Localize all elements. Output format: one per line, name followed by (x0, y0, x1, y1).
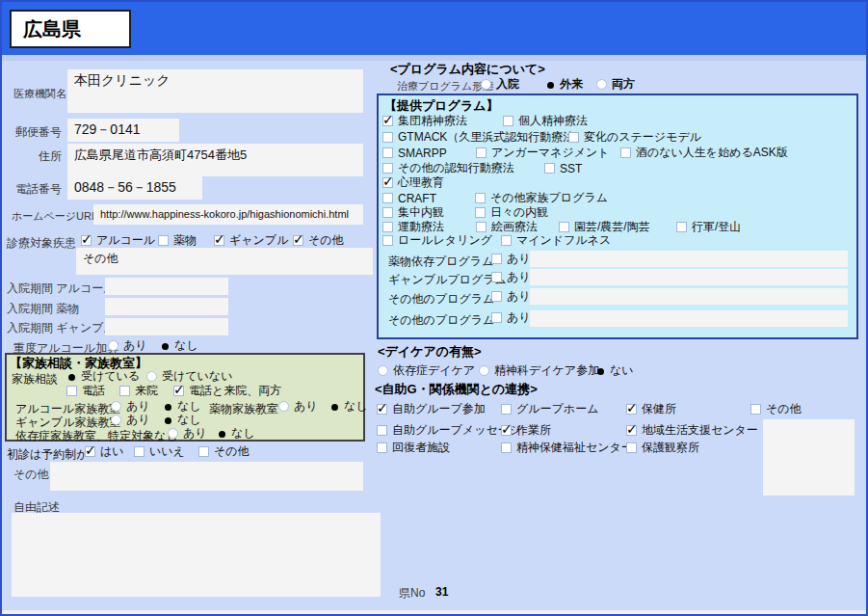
checkbox-icon (476, 147, 487, 158)
checkbox-workshop[interactable]: 作業所 (501, 424, 551, 437)
clinic-name-field[interactable]: 本田クリニック (67, 69, 363, 113)
checkbox-health-center[interactable]: 保健所 (626, 403, 676, 415)
radio-form-inpatient[interactable]: 入院 (481, 78, 519, 91)
radio-form-outpatient[interactable]: 外来 (544, 78, 583, 91)
checkbox-icon (382, 235, 393, 246)
radio-severe-ari[interactable]: あり (108, 339, 147, 352)
checkbox-consult-phone[interactable]: 電話 (66, 385, 105, 397)
postal-field[interactable]: 729－0141 (67, 119, 179, 142)
checkbox-psychoeducation[interactable]: 心理教育 (382, 176, 444, 189)
checkbox-role-lettering[interactable]: ロールレタリング (382, 234, 492, 247)
phone-label: 電話番号 (15, 181, 62, 198)
checkbox-ask-version[interactable]: 酒のない人生を始めるASK版 (620, 147, 788, 159)
radio-nonspecific-class-ari[interactable]: あり (168, 427, 207, 440)
hosp-drug-field[interactable] (105, 298, 228, 315)
radio-consult-no[interactable]: 受けていない (146, 370, 232, 383)
cooperation-title: <自助G・関係機関との連携> (375, 381, 538, 398)
disease-label: 診療対象疾患 (7, 235, 76, 252)
checkbox-label: 酒のない人生を始めるASK版 (636, 145, 788, 161)
hosp-alcohol-field[interactable] (105, 278, 228, 295)
checkbox-other-program1-ari[interactable]: あり (491, 290, 531, 303)
address-field[interactable]: 広島県尾道市高須町4754番地5 (67, 144, 363, 176)
radio-gamble-class-ari[interactable]: あり (111, 414, 150, 426)
gamble-program-field[interactable] (530, 269, 848, 285)
checkbox-other-program2-ari[interactable]: あり (491, 311, 531, 324)
checkbox-other-cbt[interactable]: その他の認知行動療法 (382, 162, 514, 174)
checkbox-anger-management[interactable]: アンガーマネジメント (476, 147, 610, 159)
drug-program-field[interactable] (530, 251, 848, 267)
checkbox-smarpp[interactable]: SMARPP (382, 147, 447, 159)
radio-label: 入院 (496, 76, 519, 93)
checkbox-intensive-naikan[interactable]: 集中内観 (382, 206, 444, 219)
checkbox-stage-model[interactable]: 変化のステージモデル (568, 131, 701, 144)
other-program2-field[interactable] (530, 310, 848, 327)
phone-field[interactable]: 0848－56－1855 (67, 176, 202, 200)
radio-addiction-daycare[interactable]: 依存症デイケア (378, 364, 475, 377)
checkbox-label: いいえ (149, 443, 185, 460)
checkbox-drug-program-ari[interactable]: あり (491, 253, 531, 265)
checkbox-icon (501, 442, 512, 453)
form-page: 広島県 医療機関名 本田クリニック 郵便番号 729－0141 住所 広島県尾道… (0, 0, 868, 616)
free-text-area[interactable] (12, 513, 381, 597)
checkbox-alcohol[interactable]: アルコール (81, 234, 155, 247)
checkbox-community-support-center[interactable]: 地域生活支援センター (626, 424, 758, 437)
checkbox-label: その他 (214, 443, 250, 460)
checkbox-probation-office[interactable]: 保護観察所 (626, 442, 699, 454)
radio-label: 両方 (612, 76, 635, 93)
hosp-gamble-field[interactable] (105, 318, 228, 335)
radio-drug-class-ari[interactable]: あり (278, 400, 318, 413)
radio-icon (168, 428, 178, 439)
checkbox-gambling[interactable]: ギャンブル (214, 234, 288, 247)
checkbox-firstvisit-yes[interactable]: はい (85, 445, 124, 458)
other-program1-field[interactable] (530, 288, 848, 305)
radio-icon (544, 79, 555, 90)
checkbox-sst[interactable]: SST (544, 162, 582, 174)
checkbox-recovery-facility[interactable]: 回復者施設 (377, 442, 450, 454)
checkbox-consult-visit[interactable]: 来院 (119, 385, 158, 397)
firstvisit-other-field[interactable] (50, 462, 363, 491)
checkbox-firstvisit-other[interactable]: その他 (198, 445, 250, 458)
radio-consult-yes[interactable]: 受けている (66, 370, 140, 383)
checkbox-self-help-message[interactable]: 自助グループメッセージ (377, 424, 521, 437)
checkbox-label: 個人精神療法 (518, 113, 588, 129)
checkbox-icon (620, 147, 631, 158)
checkbox-other-disease[interactable]: その他 (293, 234, 344, 247)
radio-psychiatric-daycare[interactable]: 精神科デイケア参加 (479, 364, 599, 377)
checkbox-individual-psychotherapy[interactable]: 個人精神療法 (503, 115, 588, 127)
radio-severe-nashi[interactable]: なし (159, 339, 198, 352)
radio-nonspecific-class-nashi[interactable]: なし (216, 427, 255, 440)
checkbox-label: 行軍/登山 (692, 219, 741, 235)
checkbox-coop-other[interactable]: その他 (750, 403, 802, 415)
radio-label: なし (174, 337, 198, 354)
checkbox-daily-naikan[interactable]: 日々の内観 (475, 206, 548, 219)
checkbox-other-family-program[interactable]: その他家族プログラム (475, 192, 608, 204)
checkbox-group-home[interactable]: グループホーム (501, 403, 598, 415)
checkbox-label: ロールレタリング (398, 232, 492, 249)
checkbox-label: 地域生活支援センター (642, 422, 758, 439)
radio-no-daycare[interactable]: ない (594, 364, 634, 377)
checkbox-mental-health-welfare-center[interactable]: 精神保健福祉センター (501, 442, 633, 454)
checkbox-icon (158, 235, 169, 246)
checkbox-gamble-program-ari[interactable]: あり (491, 271, 531, 283)
homepage-url-field[interactable]: http://www.happiness-kokoro.jp/higashion… (93, 204, 363, 225)
cooperation-other-field[interactable] (763, 419, 855, 495)
checkbox-mindfulness[interactable]: マインドフルネス (501, 234, 611, 247)
checkbox-icon (491, 312, 502, 323)
checkbox-group-psychotherapy[interactable]: 集団精神療法 (382, 115, 467, 127)
checkbox-craft[interactable]: CRAFT (382, 192, 436, 204)
checkbox-icon (382, 163, 393, 174)
checkbox-label: あり (507, 251, 531, 267)
radio-form-both[interactable]: 両方 (596, 78, 635, 91)
checkbox-consult-both[interactable]: 電話と来院、両方 (173, 385, 281, 397)
radio-icon (66, 371, 76, 382)
checkbox-drug[interactable]: 薬物 (158, 234, 197, 247)
checkbox-firstvisit-no[interactable]: いいえ (134, 445, 185, 458)
radio-drug-class-nashi[interactable]: なし (329, 400, 368, 413)
checkbox-icon (382, 132, 393, 143)
checkbox-self-help-group[interactable]: 自助グループ参加 (377, 403, 486, 415)
pref-no-value: 31 (435, 585, 448, 599)
disease-other-field[interactable]: その他 (76, 248, 373, 275)
checkbox-gtmack[interactable]: GTMACK（久里浜式認知行動療法） (382, 131, 586, 144)
prefecture-title: 広島県 (10, 10, 131, 48)
checkbox-marching[interactable]: 行軍/登山 (676, 221, 741, 233)
